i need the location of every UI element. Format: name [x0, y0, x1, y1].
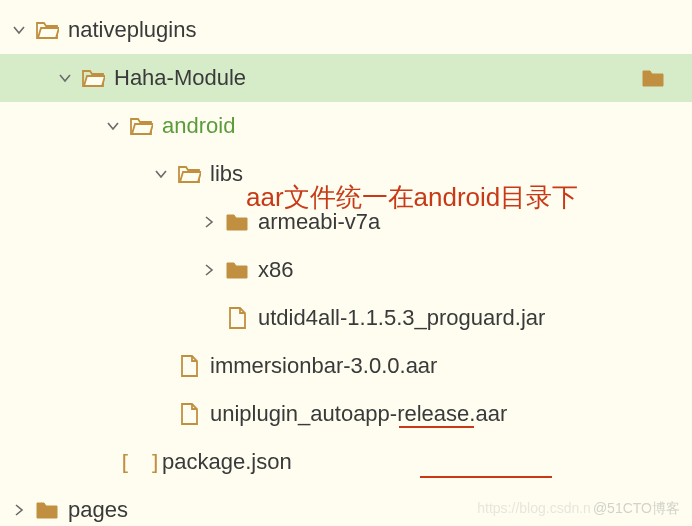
folder-open-icon — [80, 65, 106, 91]
folder-closed-icon — [224, 257, 250, 283]
folder-open-icon — [34, 17, 60, 43]
chevron-down-icon — [104, 117, 122, 135]
tree-item-android[interactable]: android — [0, 102, 692, 150]
chevron-down-icon — [152, 165, 170, 183]
folder-open-icon — [176, 161, 202, 187]
file-icon — [176, 401, 202, 427]
file-icon — [224, 305, 250, 331]
tree-label: nativeplugins — [68, 17, 196, 43]
json-icon: [ ] — [128, 449, 154, 475]
folder-open-icon — [128, 113, 154, 139]
chevron-right-icon — [10, 501, 28, 519]
folder-closed-icon — [224, 209, 250, 235]
tree-item-utdid-jar[interactable]: utdid4all-1.1.5.3_proguard.jar — [0, 294, 692, 342]
tree-label: package.json — [162, 449, 292, 475]
tree-item-haha-module[interactable]: Haha-Module — [0, 54, 692, 102]
tree-label: pages — [68, 497, 128, 523]
chevron-down-icon — [56, 69, 74, 87]
tree-item-libs[interactable]: libs — [0, 150, 692, 198]
folder-closed-icon — [34, 497, 60, 523]
chevron-right-icon — [200, 213, 218, 231]
folder-closed-icon — [640, 65, 666, 91]
tree-label: armeabi-v7a — [258, 209, 380, 235]
tree-item-nativeplugins[interactable]: nativeplugins — [0, 6, 692, 54]
tree-item-pages[interactable]: pages — [0, 486, 692, 526]
tree-label: utdid4all-1.1.5.3_proguard.jar — [258, 305, 545, 331]
tree-label: x86 — [258, 257, 293, 283]
tree-label: immersionbar-3.0.0.aar — [210, 353, 437, 379]
file-icon — [176, 353, 202, 379]
tree-label: libs — [210, 161, 243, 187]
file-tree: nativeplugins Haha-Module android libs a… — [0, 0, 692, 526]
tree-item-package-json[interactable]: [ ] package.json — [0, 438, 692, 486]
tree-item-x86[interactable]: x86 — [0, 246, 692, 294]
tree-item-armeabi[interactable]: armeabi-v7a — [0, 198, 692, 246]
tree-item-immersionbar-aar[interactable]: immersionbar-3.0.0.aar — [0, 342, 692, 390]
chevron-right-icon — [200, 261, 218, 279]
chevron-down-icon — [10, 21, 28, 39]
tree-label: Haha-Module — [114, 65, 246, 91]
tree-label: uniplugin_autoapp-release.aar — [210, 401, 507, 427]
tree-label: android — [162, 113, 235, 139]
tree-item-uniplugin-aar[interactable]: uniplugin_autoapp-release.aar — [0, 390, 692, 438]
